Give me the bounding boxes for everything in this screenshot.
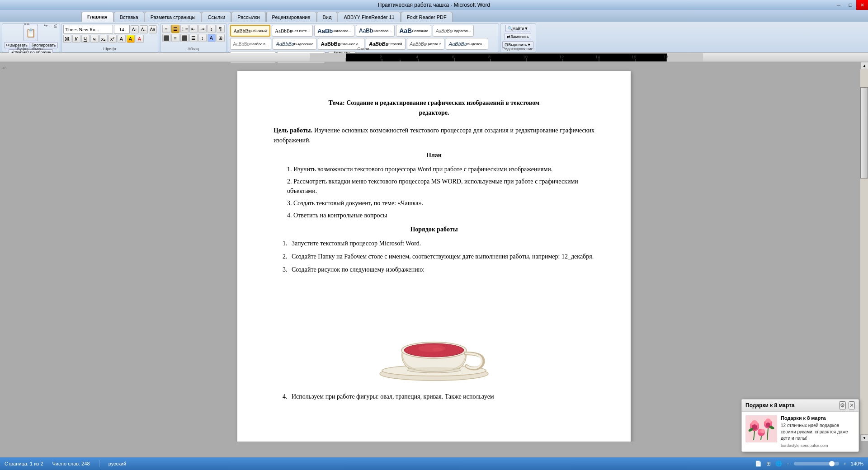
svg-point-49 [760,429,765,433]
statusbar: Страница: 1 из 2 Число слов: 248 русский… [0,457,868,470]
scrollbar-thumb[interactable] [860,87,868,179]
tab-references[interactable]: Ссылки [202,12,231,22]
notification-text: Подарки к 8 марта 12 отличных идей подар… [781,415,855,448]
main-area: ↵ Тема: Создание и редактирование графич… [0,62,868,442]
italic-button[interactable]: К [72,35,80,43]
shrink-font-button[interactable]: A↓ [140,25,148,33]
numbering-button[interactable]: ☰ [171,25,179,33]
underline-button[interactable]: Ч [81,35,90,43]
notification-text-title: Подарки к 8 марта [781,415,855,421]
tab-page-layout[interactable]: Разметка страницы [145,12,202,22]
notification-title: Подарки к 8 марта [745,402,795,409]
shading-button[interactable]: A [208,34,216,42]
style-no-spacing[interactable]: AaBbВв Без инте... [272,25,313,37]
left-sidebar: ↵ [0,62,8,442]
clear-format-button[interactable]: Aa [149,25,157,33]
document-area[interactable]: Тема: Создание и редактирование графичес… [8,62,860,442]
plan-item-1: 1. Изучить возможности текстового процес… [287,164,594,174]
strikethrough-button[interactable]: ч [90,35,99,43]
bold-button[interactable]: Ж [63,35,71,43]
text-effects-button[interactable]: A [118,35,126,43]
decrease-indent-button[interactable]: ⇤ [189,25,198,33]
align-center-button[interactable]: ≡ [171,34,179,42]
align-right-button[interactable]: ⬛ [180,34,189,42]
scroll-down-button[interactable]: ▼ [860,434,868,442]
scrollbar-track[interactable] [860,69,868,434]
tab-review[interactable]: Рецензирование [266,12,316,22]
cup-svg [366,283,502,383]
styles-group: AaBbВв Обычный AaBbВв Без инте... AaBb З… [228,24,499,52]
style-highlighted-ref[interactable]: AaBbВв Выделен... [446,38,488,50]
tab-insert[interactable]: Вставка [114,12,144,22]
style-heading1[interactable]: AaBb Заголово... [314,25,354,37]
right-scrollbar[interactable]: ▲ ▼ [860,62,868,442]
tab-home[interactable]: Главная [81,12,113,22]
styles-label: Стили [358,47,369,51]
svg-text:10: 10 [523,55,528,59]
notification-url: burdastyle.sendpulse.com [781,443,855,448]
notification-settings-button[interactable]: ⚙ [839,401,846,409]
scroll-up-button[interactable]: ▲ [860,62,868,69]
layout-web-button[interactable]: 🌐 [775,461,782,467]
sort-button[interactable]: ↕ [208,25,216,33]
style-subtitle[interactable]: AaBbВв Подзагол... [433,25,474,37]
line-spacing-button[interactable]: ↕ [198,34,207,42]
align-left-button[interactable]: ⬛ [162,34,170,42]
replace-button[interactable]: ⇄ Заменить [505,33,531,40]
zoom-slider[interactable] [794,462,839,465]
superscript-button[interactable]: х² [108,35,117,43]
multilevel-list-button[interactable]: ⋮≡ [180,25,189,33]
style-emphasis[interactable]: AaBbВв Выделение [273,38,316,50]
style-heading2[interactable]: AaBb Заголово... [356,25,395,37]
word-count: Число слов: 248 [52,461,90,466]
window-controls: ─ □ ✕ [833,0,868,10]
maximize-button[interactable]: □ [844,0,856,10]
svg-text:12: 12 [559,55,564,59]
clipboard-group: 📋 ✂ Вырезать ⎘ Копировать 🖌 Формат по об… [2,24,60,52]
highlight-button[interactable]: A [127,35,135,43]
font-color-button[interactable]: A [136,35,144,43]
style-subtle-emphasis[interactable]: AaBbВв Слабое в... [230,38,272,50]
tab-view[interactable]: Вид [317,12,338,22]
procedure-item-2: 2. Создайте Папку на Рабочем столе с име… [274,252,594,261]
increase-indent-button[interactable]: ⇥ [198,25,207,33]
bullets-button[interactable]: ≡ [162,25,170,33]
svg-rect-3 [667,53,703,61]
zoom-in-button[interactable]: + [844,461,846,466]
ribbon: 📋 ✂ Вырезать ⎘ Копировать 🖌 Формат по об… [0,22,868,53]
close-button[interactable]: ✕ [856,0,868,10]
tab-mailings[interactable]: Рассылки [231,12,265,22]
justify-button[interactable]: ☰ [189,34,198,42]
font-size-selector[interactable]: 14 [114,25,130,34]
procedure-item-1: 1. Запустите текстовый процессор Microso… [274,239,594,248]
svg-text:4: 4 [416,55,418,59]
style-normal[interactable]: AaBbВв Обычный [230,25,271,37]
minimize-button[interactable]: ─ [833,0,844,10]
procedure-heading: Порядок работы [274,225,594,234]
find-button[interactable]: 🔍 Найти ▼ [505,25,531,32]
borders-button[interactable]: ⊞ [217,34,225,42]
svg-rect-2 [310,53,346,61]
notification-header: Подарки к 8 марта ⚙ ✕ [742,400,859,412]
font-name-selector[interactable]: Times New Ro... [63,25,113,34]
plan-item-4: 4. Ответить на контрольные вопросы [287,211,594,220]
language: русский [108,461,126,466]
svg-rect-0 [310,53,703,61]
style-strict[interactable]: AaBbВв Строгий [366,38,406,50]
show-formatting-button[interactable]: ¶ [217,25,225,33]
notification-close-button[interactable]: ✕ [849,401,855,409]
tab-foxit[interactable]: Foxit Reader PDF [401,12,453,22]
paste-button[interactable]: 📋 [24,25,38,41]
grow-font-button[interactable]: A↑ [131,25,139,33]
subscript-button[interactable]: х₂ [99,35,108,43]
formatting-marks-icon[interactable]: ↵ [2,66,6,70]
zoom-out-button[interactable]: − [787,461,789,466]
layout-print-button[interactable]: 📄 [755,461,762,467]
layout-fullscreen-button[interactable]: ⊞ [766,461,771,467]
style-title[interactable]: AaВ Название [396,25,431,37]
svg-text:14: 14 [595,55,600,59]
svg-text:18: 18 [664,55,668,59]
style-quote2[interactable]: AaBbВв Цитата 2 [407,38,444,50]
tab-abbyy[interactable]: ABBYY FineReader 11 [338,12,400,22]
page-info: Страница: 1 из 2 [5,461,43,466]
